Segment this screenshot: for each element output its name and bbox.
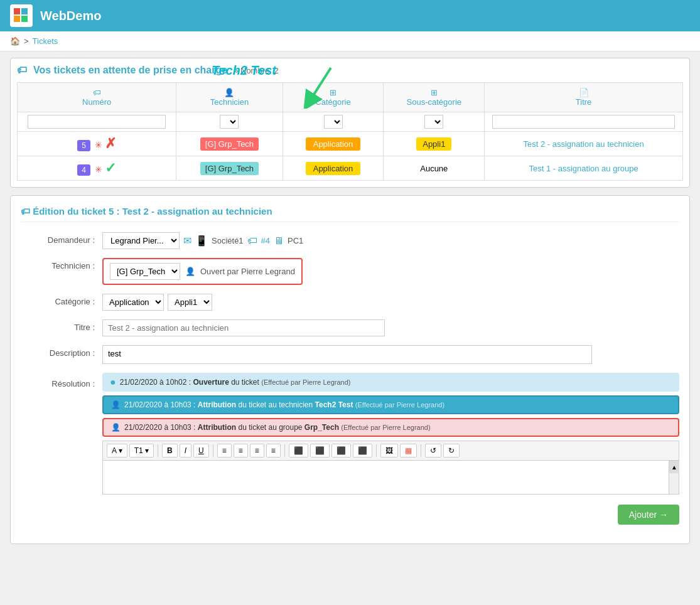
editor-toolbar: A ▾ T1 ▾ B I U ≡ ≡ ≡ ≡ ⬛ ⬛ ⬛ ⬛ bbox=[102, 441, 679, 460]
toolbar-align-center[interactable]: ⬛ bbox=[310, 444, 330, 458]
log-entry-3: 👤 21/02/2020 à 10h03 : Attribution du ti… bbox=[102, 418, 679, 437]
toolbar-ol-btn[interactable]: ≡ bbox=[234, 444, 248, 458]
star-icon-4: ✳ bbox=[95, 164, 102, 174]
categorie-5: Application bbox=[306, 137, 361, 151]
col-numero: 🏷 Numéro bbox=[18, 83, 176, 112]
toolbar-size-btn[interactable]: T1 ▾ bbox=[129, 444, 154, 458]
tickets-count: » Nombre: 2 bbox=[234, 66, 279, 75]
edition-title: 🏷 Édition du ticket 5 : Test 2 - assigna… bbox=[21, 206, 679, 222]
technicien-value: [G] Grp_Tech 👤 Ouvert par Pierre Legrand bbox=[102, 258, 679, 285]
description-text: test bbox=[102, 345, 592, 364]
tickets-icon: 🏷 bbox=[17, 65, 27, 76]
categorie-select[interactable]: Application bbox=[102, 294, 164, 311]
doc-icon: 📄 bbox=[579, 88, 589, 97]
main-content: 🏷 Vos tickets en attente de prise en cha… bbox=[0, 51, 700, 550]
filter-technicien[interactable] bbox=[220, 115, 239, 129]
app-logo bbox=[10, 4, 33, 27]
description-value: test bbox=[102, 345, 679, 364]
table-row: 5 ✳ ✗ [G] Grp_Tech Application Appli1 Te… bbox=[18, 132, 683, 156]
table-header-row: 🏷 Numéro 👤 Technicien ⊞ Catégorie ⊞ bbox=[18, 83, 683, 112]
resolution-label: Résolution : bbox=[21, 373, 102, 388]
toolbar-sep-5 bbox=[421, 444, 421, 457]
scroll-up-btn[interactable]: ▲ bbox=[669, 461, 679, 473]
subcategorie-select[interactable]: Appli1 bbox=[168, 294, 212, 311]
tickets-link[interactable]: Tickets bbox=[33, 36, 58, 46]
mobile-icon[interactable]: 📱 bbox=[195, 235, 208, 247]
edition-section: 🏷 Édition du ticket 5 : Test 2 - assigna… bbox=[10, 195, 690, 544]
edition-icon: 🏷 bbox=[21, 206, 33, 217]
toolbar-undo-btn[interactable]: ↺ bbox=[425, 444, 441, 458]
toolbar-align-justify[interactable]: ⬛ bbox=[353, 444, 372, 458]
tickets-section-header: 🏷 Vos tickets en attente de prise en cha… bbox=[17, 65, 683, 76]
toolbar-sep-2 bbox=[213, 444, 213, 457]
pc-label: PC1 bbox=[288, 236, 303, 245]
toolbar-sep-4 bbox=[376, 444, 377, 457]
filter-numero[interactable] bbox=[28, 115, 166, 129]
tickets-section: 🏷 Vos tickets en attente de prise en cha… bbox=[10, 58, 690, 188]
filter-sous-categorie[interactable] bbox=[424, 115, 443, 129]
email-icon[interactable]: ✉ bbox=[183, 235, 191, 247]
svg-rect-0 bbox=[14, 8, 20, 14]
description-label: Description : bbox=[21, 345, 102, 358]
ajouter-button[interactable]: Ajouter → bbox=[618, 505, 679, 525]
log2-user-icon: 👤 bbox=[111, 400, 121, 409]
sous-categorie-5: Appli1 bbox=[416, 137, 451, 151]
toolbar-redo-btn[interactable]: ↻ bbox=[443, 444, 460, 458]
toolbar-italic-btn[interactable]: I bbox=[180, 444, 191, 458]
toolbar-sep-1 bbox=[158, 444, 158, 457]
resolution-area: ● 21/02/2020 à 10h02 : Ouverture du tick… bbox=[102, 373, 679, 525]
home-link[interactable]: 🏠 bbox=[10, 36, 20, 46]
svg-rect-1 bbox=[21, 8, 28, 14]
filter-categorie[interactable] bbox=[324, 115, 343, 129]
toolbar-color-btn[interactable]: ▦ bbox=[400, 444, 417, 458]
toolbar-underline-btn[interactable]: U bbox=[193, 444, 209, 458]
star-icon-5: ✳ bbox=[95, 140, 102, 150]
filter-titre[interactable] bbox=[492, 115, 676, 129]
demandeur-select[interactable]: Legrand Pier... bbox=[102, 232, 180, 249]
toolbar-ul-btn[interactable]: ≡ bbox=[217, 444, 232, 458]
description-row: Description : test bbox=[21, 345, 679, 364]
cross-icon-5: ✗ bbox=[105, 136, 116, 151]
breadcrumb-separator: > bbox=[24, 36, 29, 46]
log1-dot: ● bbox=[110, 377, 116, 388]
log3-text: 21/02/2020 à 10h03 : Attribution du tick… bbox=[124, 423, 431, 432]
technicien-box: [G] Grp_Tech 👤 Ouvert par Pierre Legrand bbox=[102, 258, 303, 285]
toolbar-bold-btn[interactable]: B bbox=[162, 444, 178, 458]
svg-rect-3 bbox=[21, 16, 28, 22]
toolbar-outdent-btn[interactable]: ≡ bbox=[266, 444, 281, 458]
toolbar-font-btn[interactable]: A ▾ bbox=[107, 444, 127, 458]
categorie-value: Application Appli1 bbox=[102, 294, 679, 311]
ticket-num-badge[interactable]: #4 bbox=[261, 236, 270, 245]
toolbar-image-btn[interactable]: 🖼 bbox=[380, 444, 398, 458]
user-icon: 👤 bbox=[224, 88, 234, 97]
societe-label: Société1 bbox=[212, 236, 244, 245]
toolbar-align-right[interactable]: ⬛ bbox=[331, 444, 351, 458]
technicien-label: Technicien : bbox=[21, 258, 102, 270]
toolbar-align-left[interactable]: ⬛ bbox=[289, 444, 308, 458]
editor-body[interactable]: ▲ bbox=[102, 460, 679, 495]
table-row: 4 ✳ ✓ [G] Grp_Tech Application Aucune Te… bbox=[18, 156, 683, 181]
tag-icon-dem: 🏷 bbox=[247, 235, 257, 247]
demandeur-row: Demandeur : Legrand Pier... ✉ 📱 Société1… bbox=[21, 232, 679, 249]
titre-row: Titre : bbox=[21, 319, 679, 336]
categorie-row: Catégorie : Application Appli1 bbox=[21, 294, 679, 311]
titre-4[interactable]: Test 1 - assignation au groupe bbox=[529, 164, 638, 173]
toolbar-indent-btn[interactable]: ≡ bbox=[250, 444, 264, 458]
log2-text: 21/02/2020 à 10h03 : Attribution du tick… bbox=[124, 400, 444, 409]
editor-scrollbar[interactable]: ▲ bbox=[669, 461, 679, 494]
log-entry-2: 👤 21/02/2020 à 10h03 : Attribution du ti… bbox=[102, 395, 679, 414]
technicien-select[interactable]: [G] Grp_Tech bbox=[110, 263, 180, 280]
tag-icon: 🏷 bbox=[93, 88, 101, 97]
demandeur-label: Demandeur : bbox=[21, 232, 102, 245]
ticket-num-4: 4 bbox=[77, 164, 90, 176]
categorie-label: Catégorie : bbox=[21, 294, 102, 306]
grid2-icon: ⊞ bbox=[431, 88, 438, 97]
toolbar-sep-3 bbox=[284, 444, 285, 457]
col-categorie: ⊞ Catégorie bbox=[283, 83, 384, 112]
titre-5[interactable]: Test 2 - assignation au technicien bbox=[523, 139, 643, 149]
check-icon-4: ✓ bbox=[105, 160, 116, 176]
technicien-grp-5: [G] Grp_Tech bbox=[200, 137, 259, 151]
breadcrumb: 🏠 > Tickets bbox=[0, 31, 700, 51]
svg-rect-2 bbox=[14, 16, 20, 22]
titre-input[interactable] bbox=[102, 319, 385, 336]
